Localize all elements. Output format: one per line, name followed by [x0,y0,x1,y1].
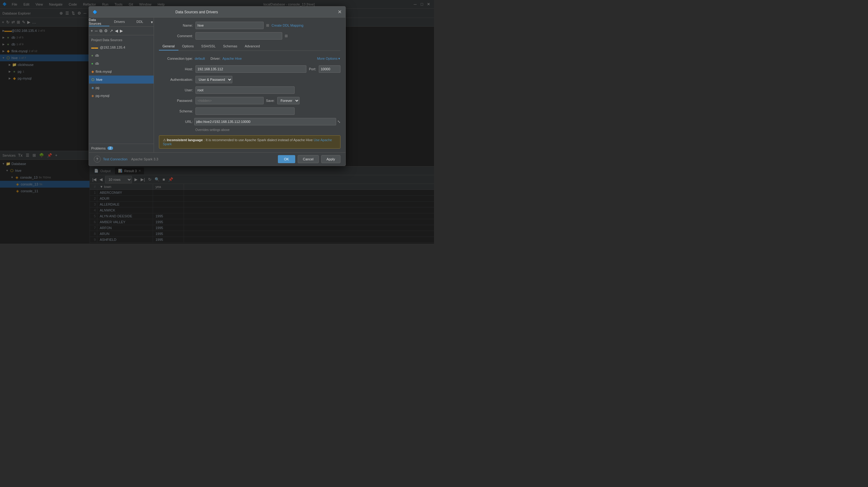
warning-icon: ⚠ [163,138,166,142]
help-button[interactable]: ? [94,156,101,163]
name-label: Name: [159,24,193,27]
ds-item-db1[interactable]: ● db [89,52,154,59]
ds-item-icon: ▬▬ [91,45,98,49]
subtab-general[interactable]: General [159,42,179,51]
dialog-icon: 🔷 [93,10,174,14]
ds-tab-data-sources[interactable]: Data Sources [89,18,110,26]
ds-item-label: flink-mysql [96,70,112,73]
host-port-row: Host: Port: [159,65,340,73]
comment-expand-button[interactable]: ⊞ [285,34,288,38]
ds-add-item-button[interactable]: + [90,28,94,34]
ds-item-flink[interactable]: ◆ flink-mysql [89,67,154,75]
warning-box: ⚠ Inconsistent language : It is recommen… [159,135,340,149]
ds-config-panel: Name: ⊞ Create DDL Mapping Comment: ⊞ Ge… [154,18,345,152]
problems-label: Problems [91,147,105,150]
spark-version-text: Apache Spark 3.3 [131,157,158,161]
name-row: Name: ⊞ Create DDL Mapping [159,21,340,29]
dialog-title: Data Sources and Drivers [175,10,256,14]
dialog-body: Data Sources Drivers DDL ▾ + ─ ⧉ ⚙ ↗ ◀ ▶… [89,18,345,152]
auth-row: Authentication: User & Password [159,75,340,84]
ds-tab-drivers[interactable]: Drivers [110,18,130,26]
ds-remove-item-button[interactable]: ─ [94,28,98,34]
data-sources-dialog: 🔷 Data Sources and Drivers ✕ Data Source… [89,6,346,166]
dialog-titlebar: 🔷 Data Sources and Drivers ✕ [89,6,345,18]
apply-button[interactable]: Apply [321,155,340,163]
conn-type-label: Connection type: [159,57,193,60]
warning-title: Inconsistent language [167,138,203,142]
ok-button[interactable]: OK [278,155,295,163]
user-row: User: [159,86,340,94]
subtab-advanced[interactable]: Advanced [241,42,264,51]
ds-item-label: pg-mysql [96,94,110,98]
config-subtabs: General Options SSH/SSL Schemas Advanced [159,42,340,51]
ds-list-header: Project Data Sources [89,36,154,43]
ds-prev-button[interactable]: ◀ [114,28,119,34]
more-options-button[interactable]: More Options ▾ [317,57,340,61]
user-input[interactable] [195,86,294,94]
subtab-options[interactable]: Options [179,42,198,51]
comment-label: Comment: [159,34,193,38]
ds-left-panel: Data Sources Drivers DDL ▾ + ─ ⧉ ⚙ ↗ ◀ ▶… [89,18,154,152]
auth-select[interactable]: User & Password [195,76,232,83]
ds-item-icon: ◆ [91,70,94,74]
password-label: Password: [159,99,193,102]
comment-input[interactable] [195,32,282,40]
problems-count: 2 [107,147,113,150]
ds-tab-dropdown[interactable]: ▾ [150,18,154,26]
ds-item-label: db [95,54,99,57]
overrides-text: Overrides settings above [195,128,340,132]
name-expand-button[interactable]: ⊞ [266,23,269,28]
schema-row: Schema: [159,107,340,115]
ds-item-hive[interactable]: ⬡ hive [89,75,154,84]
ds-item-icon: ● [91,62,94,65]
conn-type-value[interactable]: default [195,57,205,60]
driver-value[interactable]: Apache Hive [222,57,242,60]
host-input[interactable] [195,65,307,73]
save-select[interactable]: Forever [277,97,300,104]
password-row: Password: Save: Forever [159,97,340,105]
ds-item-label: pg [96,86,99,90]
ds-item-db2[interactable]: ● db [89,59,154,67]
create-ddl-link[interactable]: Create DDL Mapping [272,24,304,27]
ds-tab-bar: Data Sources Drivers DDL ▾ [89,18,154,27]
url-input[interactable] [194,118,336,125]
ds-item-label: db [95,62,99,65]
ds-problems[interactable]: Problems 2 [89,144,154,152]
conn-type-row: Connection type: default Driver: Apache … [159,55,340,63]
modal-overlay: 🔷 Data Sources and Drivers ✕ Data Source… [0,0,434,244]
ds-item-icon: ● [91,54,94,57]
test-connection-button[interactable]: Test Connection [103,157,128,161]
dialog-footer: ? Test Connection Apache Spark 3.3 OK Ca… [89,152,345,166]
ds-item-label: hive [96,78,102,82]
ds-tab-ddl[interactable]: DDL [130,18,150,26]
ds-item-pg-mysql[interactable]: ◈ pg-mysql [89,92,154,100]
driver-label: Driver: [211,57,221,60]
url-row: URL: ⤡ [159,118,340,126]
ds-item-pg[interactable]: ◈ pg [89,84,154,92]
warning-text: : It is recommended to use Apache Spark … [204,138,313,142]
ds-item-icon: ◈ [91,94,94,98]
ds-export-button[interactable]: ↗ [109,28,114,34]
ds-copy-item-button[interactable]: ⧉ [99,28,103,34]
save-label: Save: [266,99,275,102]
password-input[interactable] [195,97,264,104]
ds-next-button[interactable]: ▶ [119,28,124,34]
hive-list-icon: ⬡ [91,78,94,82]
dialog-close-button[interactable]: ✕ [338,9,342,15]
subtab-schemas[interactable]: Schemas [219,42,241,51]
cancel-button[interactable]: Cancel [298,155,319,163]
ds-configure-button[interactable]: ⚙ [103,28,108,34]
port-input[interactable] [319,65,340,73]
name-input[interactable] [195,22,264,29]
ds-item-label: @192.168.135.4 [100,45,125,49]
ds-list: Project Data Sources ▬▬ @192.168.135.4 ●… [89,35,154,144]
subtab-ssh[interactable]: SSH/SSL [198,42,219,51]
url-expand-button[interactable]: ⤡ [337,120,340,124]
url-label: URL: [159,120,193,124]
ds-item-icon: ◈ [91,86,94,90]
comment-row: Comment: ⊞ [159,32,340,40]
port-label: Port: [309,67,316,71]
auth-label: Authentication: [159,78,193,82]
ds-item-clickhouse[interactable]: ▬▬ @192.168.135.4 [89,43,154,52]
schema-input[interactable] [195,107,294,115]
